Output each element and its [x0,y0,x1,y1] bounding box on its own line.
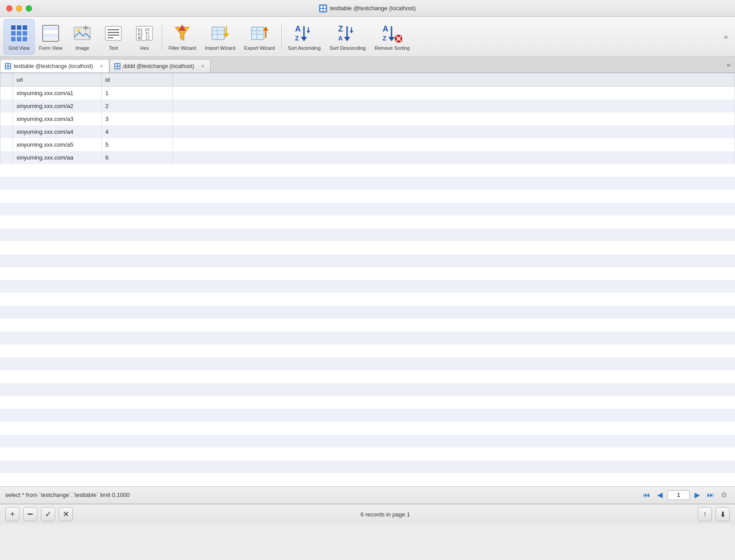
text-label: Text [109,45,118,51]
nav-next-button[interactable]: ▶ [691,490,703,500]
table-row[interactable]: xinyuming.xxx.com/a11 [0,87,735,100]
page-number-input[interactable] [667,490,690,500]
nav-first-button[interactable]: ⏮ [641,490,652,500]
tab-dddd-close[interactable]: ✕ [200,63,206,69]
bottom-actions: + − ✓ ✕ [5,507,73,521]
cell-url[interactable]: xinyuming.xxx.com/a4 [13,125,102,138]
col-rest-header [173,73,735,87]
col-id-header[interactable]: id [102,73,173,87]
toolbar-hex[interactable]: 01 FF A3 7C 0E 12 Hex [129,19,160,55]
import-wizard-icon [210,23,230,44]
svg-text:A: A [295,24,301,33]
cell-url[interactable]: xinyuming.xxx.com/a5 [13,138,102,151]
table-row[interactable]: xinyuming.xxx.com/aa6 [0,151,735,164]
tab-testtable[interactable]: testtable @testchange (localhost) ✕ [0,59,109,72]
hex-label: Hex [140,45,149,51]
row-selector[interactable] [0,138,13,151]
row-selector[interactable] [0,87,13,100]
image-icon [72,23,92,44]
svg-rect-6 [23,25,27,30]
cell-url[interactable]: xinyuming.xxx.com/a2 [13,100,102,112]
cell-url[interactable]: xinyuming.xxx.com/a3 [13,112,102,125]
cell-url[interactable]: xinyuming.xxx.com/aa [13,151,102,164]
window-title: testtable @testchange (localhost) [319,4,415,12]
table-row[interactable]: xinyuming.xxx.com/a44 [0,125,735,138]
row-selector[interactable] [0,151,13,164]
svg-text:Z: Z [338,24,343,33]
svg-rect-18 [44,31,58,33]
sql-nav: ⏮ ◀ ▶ ⏭ ⚙ [641,490,730,500]
toolbar-grid-view[interactable]: Grid View [4,19,35,55]
empty-row [0,396,735,409]
empty-row [0,280,735,293]
toolbar-more-button[interactable]: » [720,29,731,44]
table-row[interactable]: xinyuming.xxx.com/a55 [0,138,735,151]
cell-id[interactable]: 3 [102,112,173,125]
toolbar-text[interactable]: Text [98,19,129,55]
tab-more-button[interactable]: » [722,61,735,69]
cell-url[interactable]: xinyuming.xxx.com/a1 [13,87,102,100]
toolbar-filter-wizard[interactable]: ★ Filter Wizard [164,19,200,55]
scroll-left-button[interactable]: ↑ [698,507,712,521]
cell-id[interactable]: 1 [102,87,173,100]
svg-rect-36 [212,27,224,40]
cell-rest [173,138,735,151]
tab-dddd[interactable]: dddd @testchange (localhost) ✕ [109,59,211,72]
svg-rect-17 [44,27,58,30]
cell-id[interactable]: 5 [102,138,173,151]
tab-testtable-label: testtable @testchange (localhost) [14,63,93,69]
cell-id[interactable]: 4 [102,125,173,138]
empty-row [0,241,735,254]
cell-rest [173,87,735,100]
svg-rect-68 [8,64,10,66]
nav-settings-button[interactable]: ⚙ [718,490,730,500]
svg-rect-73 [115,67,117,68]
svg-marker-51 [301,37,307,41]
svg-marker-53 [307,31,310,33]
cell-id[interactable]: 2 [102,100,173,112]
cell-id[interactable]: 6 [102,151,173,164]
toolbar-export-wizard[interactable]: Export Wizard [240,19,280,55]
maximize-button[interactable] [26,5,32,12]
titlebar-buttons [6,5,32,12]
tab-dddd-icon [114,63,120,69]
empty-row [0,254,735,267]
confirm-record-button[interactable]: ✓ [41,507,55,521]
empty-row [0,473,735,486]
empty-row [0,332,735,344]
export-wizard-label: Export Wizard [244,45,275,51]
import-wizard-label: Import Wizard [205,45,235,51]
nav-prev-button[interactable]: ◀ [654,490,666,500]
svg-rect-42 [252,27,264,40]
toolbar-remove-sorting[interactable]: A Z Remove Sorting [370,19,414,55]
table-row[interactable]: xinyuming.xxx.com/a22 [0,100,735,112]
svg-rect-20 [74,27,90,40]
svg-marker-63 [388,37,395,41]
minimize-button[interactable] [16,5,22,12]
nav-last-button[interactable]: ⏭ [705,490,716,500]
toolbar-form-view[interactable]: Form View [35,19,67,55]
remove-record-button[interactable]: − [23,507,37,521]
window-icon [319,4,327,12]
add-record-button[interactable]: + [5,507,20,521]
tab-testtable-close[interactable]: ✕ [98,63,104,69]
row-selector[interactable] [0,100,13,112]
row-selector[interactable] [0,112,13,125]
sort-ascending-label: Sort Ascending [288,45,321,51]
cell-rest [173,112,735,125]
row-selector[interactable] [0,125,13,138]
close-button[interactable] [6,5,12,12]
scroll-right-button[interactable]: ⬇ [715,507,730,521]
table-row[interactable]: xinyuming.xxx.com/a33 [0,112,735,125]
table-scroll-area[interactable]: url id xinyuming.xxx.com/a11xinyuming.xx… [0,73,735,486]
svg-rect-3 [324,9,326,11]
toolbar-image[interactable]: Image [67,19,98,55]
hex-icon: 01 FF A3 7C 0E 12 [134,23,155,44]
col-url-header[interactable]: url [13,73,102,87]
toolbar-import-wizard[interactable]: Import Wizard [200,19,240,55]
empty-row [0,370,735,383]
svg-rect-7 [11,31,16,36]
toolbar-sort-ascending[interactable]: A Z Sort Ascending [284,19,325,55]
cancel-record-button[interactable]: ✕ [59,507,73,521]
toolbar-sort-descending[interactable]: Z A Sort Descending [325,19,370,55]
